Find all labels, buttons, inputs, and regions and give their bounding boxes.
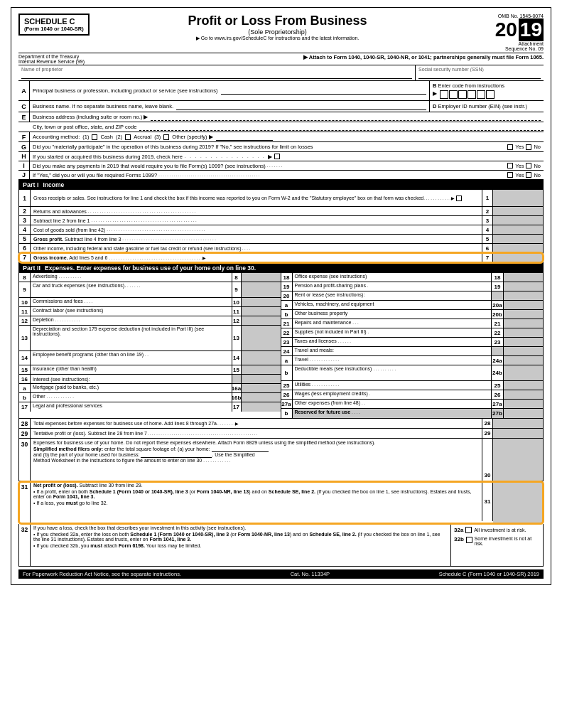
name-ssn-row: Name of proprietor Social security numbe… — [18, 65, 544, 81]
e2-input[interactable] — [139, 124, 544, 131]
exp18-input[interactable] — [504, 273, 543, 282]
exp14-input[interactable] — [242, 351, 281, 365]
field-j-label: J — [18, 171, 30, 179]
line4-input[interactable] — [493, 225, 543, 234]
exp16-shaded — [232, 375, 242, 383]
exp26-input[interactable] — [504, 390, 543, 399]
f-accrual-checkbox[interactable] — [125, 134, 131, 140]
exp16b-input[interactable] — [242, 393, 281, 402]
line29-label: Tentative profit or (loss). Subtract lin… — [31, 429, 482, 438]
income-line-4: 4 Cost of goods sold (from line 42) . . … — [19, 225, 543, 235]
exp27b-label: Reserved for future use . . . . — [293, 409, 492, 418]
exp8-input[interactable] — [242, 273, 281, 282]
exp24b-input[interactable] — [504, 365, 543, 380]
exp10-num: 10 — [19, 298, 31, 306]
line30-num: 30 — [19, 439, 31, 481]
exp9-input[interactable] — [242, 282, 281, 297]
field-h-label: H — [18, 152, 30, 161]
line30-input[interactable] — [493, 439, 543, 481]
field-b-area: B Enter code from instructions ▶ — [430, 81, 544, 100]
exp23-label: Taxes and licenses . . . . . . — [293, 338, 492, 346]
ssn-input[interactable] — [418, 72, 541, 79]
line29-input[interactable] — [493, 429, 543, 438]
a-input[interactable] — [221, 87, 426, 95]
line6-input[interactable] — [493, 244, 543, 252]
line32b-checkbox[interactable] — [466, 537, 472, 543]
exp15-input[interactable] — [242, 365, 281, 374]
exp27a-right-num: 27a — [491, 400, 504, 408]
exp11-input[interactable] — [242, 307, 281, 316]
i-no-checkbox[interactable] — [526, 163, 531, 168]
b-code-box3[interactable] — [458, 90, 467, 99]
line3-input[interactable] — [493, 216, 543, 225]
line32a-checkbox[interactable] — [465, 527, 472, 533]
exp24-label: Travel and meals: — [293, 347, 492, 355]
exp12-input[interactable] — [242, 316, 281, 325]
line2-input[interactable] — [493, 207, 543, 215]
line1-input[interactable] — [493, 190, 543, 206]
j-no-checkbox[interactable] — [526, 172, 531, 178]
part1-body: 1 Gross receipts or sales. See instructi… — [18, 190, 544, 263]
field-f-content: Accounting method: (1) Cash (2) Accrual … — [30, 133, 544, 141]
line1-checkbox[interactable] — [456, 196, 462, 201]
b-code-box5[interactable] — [477, 90, 485, 99]
line5-input[interactable] — [493, 235, 543, 243]
form-ref: (Form 1040 or 1040-SR) — [24, 26, 84, 32]
c-input[interactable] — [176, 103, 426, 110]
f-other-checkbox[interactable] — [163, 134, 169, 140]
line7-input[interactable] — [493, 253, 543, 262]
exp16a-input[interactable] — [242, 384, 281, 392]
exp25-input[interactable] — [504, 381, 543, 390]
e-input[interactable] — [151, 114, 541, 121]
f-other-input[interactable] — [216, 134, 273, 141]
line28-input[interactable] — [493, 419, 543, 428]
exp20a-input[interactable] — [504, 301, 543, 309]
ssn-label: Social security number (SSN) — [418, 67, 541, 72]
exp27a-input[interactable] — [504, 400, 543, 408]
expenses-body: 8 Advertising . . . . . . . . . . 8 9 Ca… — [18, 273, 544, 419]
exp16-input-shaded — [242, 375, 281, 383]
g-row: G Did you "materially participate" in th… — [18, 142, 544, 152]
exp20b-alpha: b — [281, 310, 293, 318]
exp17-num: 17 — [19, 402, 31, 412]
b-code-box1[interactable] — [440, 90, 448, 99]
line3-num: 3 — [19, 216, 31, 225]
line30-row: 30 Expenses for business use of your hom… — [18, 439, 544, 481]
exp23-input[interactable] — [504, 338, 543, 346]
g-yes-label: Yes — [515, 144, 524, 150]
h-checkbox[interactable] — [274, 154, 280, 159]
i-yes-checkbox[interactable] — [507, 163, 513, 168]
f-cash-checkbox[interactable] — [92, 134, 97, 140]
exp10-input[interactable] — [242, 298, 281, 306]
field-b-label: B — [433, 82, 436, 89]
exp21-num: 21 — [281, 319, 293, 328]
f-cash-label: Cash — [100, 134, 113, 140]
exp24a-input[interactable] — [504, 356, 543, 365]
j-yes-checkbox[interactable] — [507, 172, 513, 178]
line31-input[interactable] — [493, 481, 543, 523]
b-code-box4[interactable] — [468, 90, 476, 99]
name-input[interactable] — [21, 72, 412, 79]
field-d-area: D Employer ID number (EIN) (see instr.) — [430, 101, 544, 112]
exp16a-alpha: a — [19, 384, 31, 392]
exp19-input[interactable] — [504, 282, 543, 291]
exp27a-num: 27a — [281, 400, 293, 408]
line32-bullet1: • If you checked 32a, enter the loss on … — [33, 532, 448, 542]
b-code-box6[interactable] — [486, 90, 495, 99]
g-no-checkbox[interactable] — [526, 144, 531, 150]
line7-label: Gross income. Add lines 5 and 6 . . . . … — [31, 253, 482, 262]
exp22-input[interactable] — [504, 328, 543, 337]
g-yes-checkbox[interactable] — [507, 144, 513, 150]
exp-line-16b: b Other . . . . . . . . . . . . 16b — [19, 393, 281, 402]
field-a-label: A — [18, 81, 30, 100]
irs-label: Internal Revenue Service (99) — [18, 59, 85, 64]
exp17-input[interactable] — [242, 402, 281, 412]
exp21-input[interactable] — [504, 319, 543, 328]
line30-content: Expenses for business use of your home. … — [31, 439, 482, 481]
b-code-box2[interactable] — [449, 90, 458, 99]
e2-text: City, town or post office, state, and ZI… — [33, 124, 136, 130]
part2-title: Expenses. Enter expenses for business us… — [45, 264, 256, 272]
exp20b-input[interactable] — [504, 310, 543, 318]
line1-num: 1 — [19, 190, 31, 206]
exp13-input[interactable] — [242, 326, 281, 350]
